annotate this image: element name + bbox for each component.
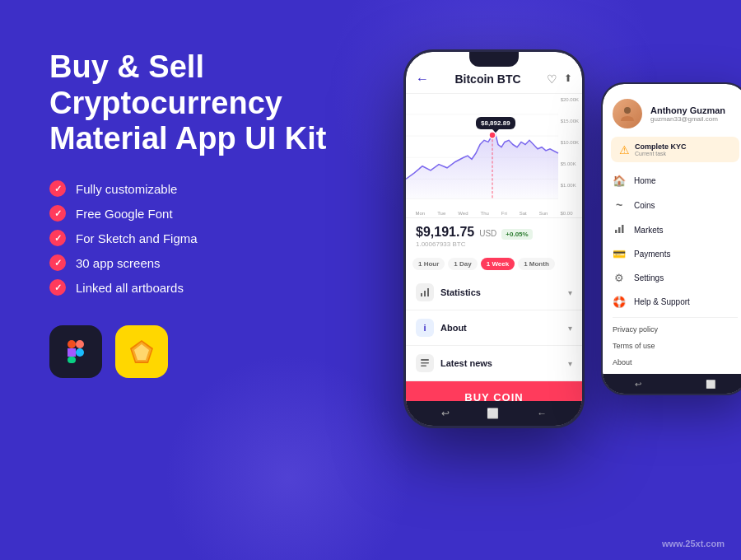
side-nav-home[interactable]: ⬜ <box>706 380 715 389</box>
phone-screen: ← Bitcoin BTC ♡ ⬆ <box>406 52 582 426</box>
coins-icon: ~ <box>613 198 626 212</box>
svg-rect-22 <box>615 230 618 233</box>
markets-icon <box>613 223 626 236</box>
kyc-title: Complete KYC <box>635 142 687 151</box>
check-icon-2 <box>49 205 66 222</box>
phone-notch <box>469 52 519 67</box>
svg-point-4 <box>76 348 84 357</box>
accordion-about[interactable]: i About ▾ <box>406 310 582 346</box>
period-1day[interactable]: 1 Day <box>448 258 477 270</box>
app-title: Bitcoin BTC <box>454 72 520 86</box>
menu-payments[interactable]: 💳 Payments <box>603 242 741 266</box>
svg-rect-20 <box>421 366 426 367</box>
sketch-icon <box>115 325 168 378</box>
warning-icon: ⚠ <box>619 143 630 156</box>
price-btc: 1.00067933 BTC <box>416 240 572 248</box>
payments-icon: 💳 <box>613 248 626 260</box>
share-icon[interactable]: ⬆ <box>564 72 572 86</box>
phone-side-screen: Anthony Guzman guzman33@gmail.com ⚠ Comp… <box>603 84 741 394</box>
check-icon-4 <box>49 254 66 271</box>
figma-icon <box>49 325 102 378</box>
phone-side: Anthony Guzman guzman33@gmail.com ⚠ Comp… <box>601 82 741 395</box>
svg-rect-2 <box>68 357 76 363</box>
nav-back-icon[interactable]: ↩ <box>441 408 450 419</box>
menu-markets[interactable]: Markets <box>603 217 741 242</box>
svg-rect-17 <box>427 288 429 296</box>
svg-rect-1 <box>68 348 76 357</box>
help-icon: 🛟 <box>613 296 626 308</box>
price-value: $9,191.75 <box>416 225 474 240</box>
watermark: www.25xt.com <box>662 539 725 548</box>
user-info: Anthony Guzman guzman33@gmail.com <box>650 105 725 123</box>
menu-coins[interactable]: ~ Coins <box>603 193 741 217</box>
back-button[interactable]: ← <box>416 72 429 86</box>
accordion-news[interactable]: Latest news ▾ <box>406 346 582 381</box>
price-main: $9,191.75 USD +0.05% <box>416 225 572 240</box>
side-nav-back[interactable]: ↩ <box>635 380 641 389</box>
about-link[interactable]: About <box>603 354 741 371</box>
menu-settings[interactable]: ⚙ Settings <box>603 266 741 290</box>
statistics-icon <box>416 283 434 301</box>
about-chevron: ▾ <box>568 324 572 333</box>
user-email: guzman33@gmail.com <box>650 115 725 123</box>
menu-help[interactable]: 🛟 Help & Support <box>603 290 741 314</box>
statistics-label: Statistics <box>440 287 568 297</box>
svg-point-21 <box>624 107 631 114</box>
check-icon-5 <box>49 279 66 296</box>
nav-recent-icon[interactable]: ← <box>537 408 547 419</box>
feature-item-2: Free Google Font <box>49 205 362 222</box>
feature-item-5: Linked all artboards <box>49 279 362 296</box>
menu-coins-label: Coins <box>634 201 655 210</box>
menu-markets-label: Markets <box>634 226 664 235</box>
nav-home-icon[interactable]: ⬜ <box>487 408 499 419</box>
period-tabs: 1 Hour 1 Day 1 Week 1 Month <box>406 253 582 275</box>
about-icon: i <box>416 319 434 337</box>
menu-home[interactable]: 🏠 Home <box>603 169 741 193</box>
news-icon <box>416 354 434 372</box>
menu-home-label: Home <box>634 176 656 185</box>
tool-icons <box>49 325 362 378</box>
feature-item-1: Fully customizable <box>49 180 362 197</box>
features-list: Fully customizable Free Google Font For … <box>49 180 362 296</box>
news-chevron: ▾ <box>568 359 572 368</box>
user-name: Anthony Guzman <box>650 105 725 115</box>
svg-rect-3 <box>76 340 84 348</box>
svg-rect-24 <box>622 225 624 233</box>
side-bottom-nav: ↩ ⬜ <box>603 374 741 394</box>
svg-rect-16 <box>424 291 426 296</box>
kyc-subtitle: Current task <box>635 151 687 156</box>
feature-item-3: For Sketch and Figma <box>49 230 362 246</box>
price-tooltip: $8,892.89 <box>476 117 515 129</box>
header-action-icons: ♡ ⬆ <box>547 72 572 86</box>
period-1month[interactable]: 1 Month <box>518 258 555 270</box>
privacy-policy-link[interactable]: Privacy policy <box>603 321 741 338</box>
price-change: +0.05% <box>501 229 532 240</box>
terms-of-use-link[interactable]: Terms of use <box>603 338 741 354</box>
menu-settings-label: Settings <box>634 273 664 282</box>
settings-icon: ⚙ <box>613 272 626 284</box>
main-title: Buy & Sell Cryptocurrency Material App U… <box>49 49 362 157</box>
phone-bottom-nav: ↩ ⬜ ← <box>406 401 582 426</box>
svg-rect-0 <box>68 340 76 348</box>
news-label: Latest news <box>440 358 568 368</box>
menu-help-label: Help & Support <box>634 297 690 306</box>
check-icon-3 <box>49 230 66 246</box>
svg-rect-15 <box>421 293 422 296</box>
menu-payments-label: Payments <box>634 250 670 259</box>
accordion-statistics[interactable]: Statistics ▾ <box>406 275 582 310</box>
feature-item-4: 30 app screens <box>49 254 362 271</box>
period-1week[interactable]: 1 Week <box>481 258 515 270</box>
left-panel: Buy & Sell Cryptocurrency Material App U… <box>49 49 362 378</box>
heart-icon[interactable]: ♡ <box>547 72 557 86</box>
svg-rect-23 <box>618 227 621 233</box>
period-1hour[interactable]: 1 Hour <box>412 258 445 270</box>
y-axis-labels: $20.00K $15.00K $10.00K $5.00K $1.00K <box>561 97 579 188</box>
phone-main: ← Bitcoin BTC ♡ ⬆ <box>403 49 585 428</box>
user-avatar <box>613 99 642 128</box>
check-icon-1 <box>49 180 66 197</box>
svg-rect-18 <box>421 359 429 361</box>
home-icon: 🏠 <box>613 175 626 187</box>
kyc-banner[interactable]: ⚠ Complete KYC Current task <box>611 137 739 162</box>
price-currency: USD <box>479 229 496 238</box>
price-info: $9,191.75 USD +0.05% 1.00067933 BTC <box>406 218 582 253</box>
